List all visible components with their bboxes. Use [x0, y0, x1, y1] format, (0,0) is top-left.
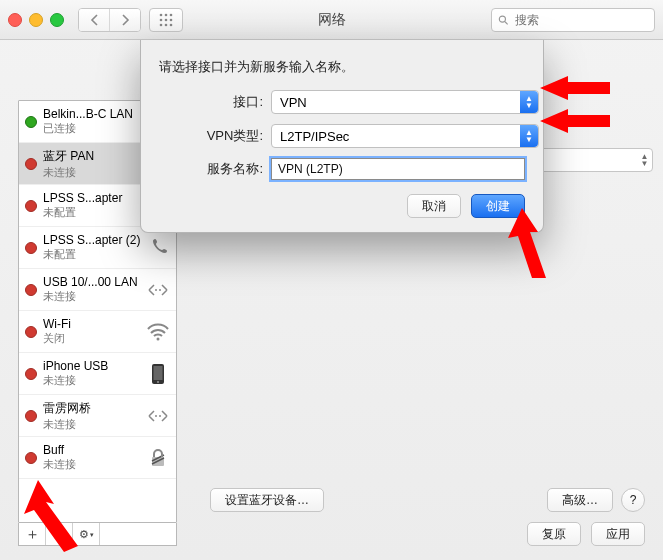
zoom-icon[interactable]: [50, 13, 64, 27]
service-item[interactable]: LPSS S...apter (2)未配置: [19, 227, 176, 269]
cancel-button[interactable]: 取消: [407, 194, 461, 218]
advanced-button[interactable]: 高级…: [547, 488, 613, 512]
new-service-sheet: 请选择接口并为新服务输入名称。 接口: VPN ▲▼ VPN类型: L2TP/I…: [140, 40, 544, 233]
service-actions-button[interactable]: ⚙ ▾: [73, 523, 100, 545]
service-name: LPSS S...apter (2): [43, 233, 140, 247]
close-icon[interactable]: [8, 13, 22, 27]
remove-service-button[interactable]: －: [46, 523, 73, 545]
wifi-icon: [146, 320, 170, 344]
service-item[interactable]: Buff未连接: [19, 437, 176, 479]
service-item[interactable]: iPhone USB未连接: [19, 353, 176, 395]
create-button[interactable]: 创建: [471, 194, 525, 218]
chevron-updown-icon: ▲▼: [520, 91, 538, 113]
svg-point-8: [170, 23, 173, 26]
bluetooth-settings-button[interactable]: 设置蓝牙设备…: [210, 488, 324, 512]
svg-point-0: [160, 13, 163, 16]
back-button[interactable]: [79, 9, 109, 31]
svg-point-7: [165, 23, 168, 26]
status-dot-icon: [25, 284, 37, 296]
svg-rect-15: [154, 366, 163, 380]
ethernet-icon: [146, 404, 170, 428]
phone-icon: [146, 236, 170, 260]
interface-select[interactable]: VPN ▲▼: [271, 90, 539, 114]
svg-point-6: [160, 23, 163, 26]
service-name: iPhone USB: [43, 359, 140, 373]
svg-point-18: [159, 415, 161, 417]
titlebar: 网络: [0, 0, 663, 40]
search-field[interactable]: [491, 8, 655, 32]
chevron-updown-icon: ▲▼: [640, 153, 648, 167]
vpntype-label: VPN类型:: [159, 127, 271, 145]
service-name: LPSS S...apter: [43, 191, 140, 205]
service-status: 未连接: [43, 373, 140, 388]
status-dot-icon: [25, 158, 37, 170]
forward-button[interactable]: [109, 9, 140, 31]
revert-button[interactable]: 复原: [527, 522, 581, 546]
svg-point-12: [159, 289, 161, 291]
service-name-label: 服务名称:: [159, 160, 271, 178]
status-dot-icon: [25, 368, 37, 380]
status-dot-icon: [25, 116, 37, 128]
service-name: Wi-Fi: [43, 317, 140, 331]
nav-buttons: [78, 8, 141, 32]
sheet-message: 请选择接口并为新服务输入名称。: [159, 58, 525, 76]
service-item[interactable]: Wi-Fi关闭: [19, 311, 176, 353]
service-status: 未连接: [43, 417, 140, 432]
chevron-updown-icon: ▲▼: [520, 125, 538, 147]
svg-point-13: [157, 337, 160, 340]
window-controls: [8, 13, 64, 27]
show-all-button[interactable]: [149, 8, 183, 32]
svg-point-11: [155, 289, 157, 291]
ethernet-icon: [146, 278, 170, 302]
iphone-icon: [146, 362, 170, 386]
service-list-footer: ＋ － ⚙ ▾: [18, 523, 177, 546]
service-status: 未配置: [43, 205, 140, 220]
svg-point-16: [157, 381, 159, 383]
svg-point-4: [165, 18, 168, 21]
svg-point-2: [170, 13, 173, 16]
vpntype-select[interactable]: L2TP/IPSec ▲▼: [271, 124, 539, 148]
status-dot-icon: [25, 452, 37, 464]
service-item[interactable]: USB 10/...00 LAN未连接: [19, 269, 176, 311]
status-dot-icon: [25, 410, 37, 422]
interface-label: 接口:: [159, 93, 271, 111]
svg-point-1: [165, 13, 168, 16]
service-status: 未连接: [43, 457, 140, 472]
status-dot-icon: [25, 326, 37, 338]
service-status: 关闭: [43, 331, 140, 346]
service-status: 未配置: [43, 247, 140, 262]
svg-point-9: [499, 16, 505, 22]
service-name: 雷雳网桥: [43, 400, 140, 417]
add-service-button[interactable]: ＋: [19, 523, 46, 545]
apply-button[interactable]: 应用: [591, 522, 645, 546]
lock-icon: [146, 446, 170, 470]
service-name: Buff: [43, 443, 140, 457]
search-icon: [498, 14, 509, 26]
status-dot-icon: [25, 242, 37, 254]
svg-point-17: [155, 415, 157, 417]
help-button[interactable]: ?: [621, 488, 645, 512]
service-name-input[interactable]: [271, 158, 525, 180]
svg-point-5: [170, 18, 173, 21]
service-name: USB 10/...00 LAN: [43, 275, 140, 289]
search-input[interactable]: [513, 12, 648, 28]
minimize-icon[interactable]: [29, 13, 43, 27]
svg-line-10: [505, 21, 508, 24]
svg-point-3: [160, 18, 163, 21]
gear-icon: ⚙: [79, 528, 89, 541]
chevron-down-icon: ▾: [90, 531, 94, 539]
service-item[interactable]: 雷雳网桥未连接: [19, 395, 176, 437]
status-dot-icon: [25, 200, 37, 212]
service-status: 未连接: [43, 289, 140, 304]
